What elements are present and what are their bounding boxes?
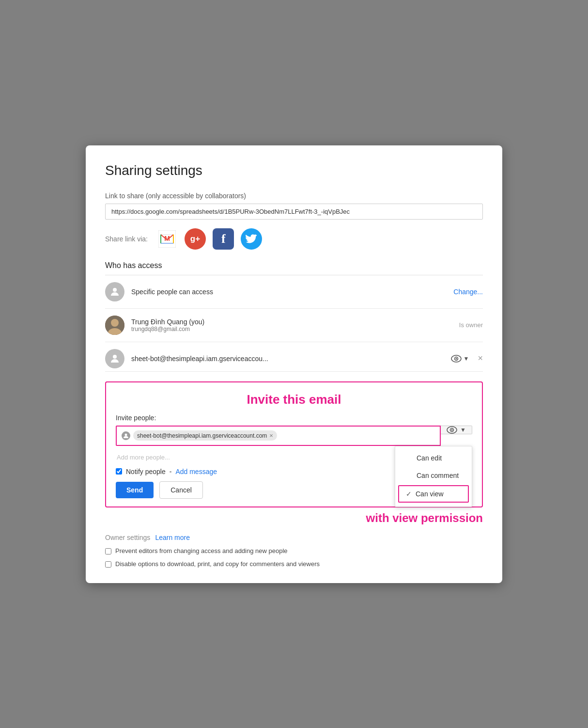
access-row-bot: sheet-bot@thesimpleapi.iam.gserviceaccou… — [105, 342, 483, 372]
share-via-row: Share link via: M — [105, 228, 483, 250]
learn-more-link[interactable]: Learn more — [155, 534, 190, 541]
owner-option-2-label: Disable options to download, print, and … — [115, 560, 320, 568]
with-view-annotation: with view permission — [105, 511, 483, 525]
access-role-bot: ▼ × — [451, 353, 483, 364]
sharing-dialog: Sharing settings Link to share (only acc… — [86, 145, 502, 583]
owner-option-1-label: Prevent editors from changing access and… — [115, 547, 288, 554]
access-name-specific: Specific people can access — [131, 288, 453, 296]
remove-bot-button[interactable]: × — [478, 353, 483, 364]
notify-checkbox[interactable] — [116, 468, 122, 475]
cancel-button[interactable]: Cancel — [159, 481, 203, 499]
facebook-share-button[interactable]: f — [213, 228, 234, 250]
svg-point-6 — [111, 319, 119, 327]
svg-point-12 — [125, 433, 127, 436]
owner-option-1-checkbox[interactable] — [105, 548, 111, 554]
access-info-specific: Specific people can access — [131, 288, 453, 296]
access-email-owner: trungdq88@gmail.com — [131, 326, 459, 332]
send-button[interactable]: Send — [116, 482, 154, 498]
who-access-title: Who has access — [105, 261, 483, 270]
invite-input-box[interactable]: sheet-bot@thesimpleapi.iam.gserviceaccou… — [116, 426, 441, 446]
share-link[interactable]: https://docs.google.com/spreadsheets/d/1… — [105, 204, 483, 220]
owner-option-2: Disable options to download, print, and … — [105, 560, 483, 568]
invite-heading: Invite this email — [116, 392, 472, 407]
access-row-owner: Trung Đình Quang (you) trungdq88@gmail.c… — [105, 309, 483, 342]
chip-email: sheet-bot@thesimpleapi.iam.gserviceaccou… — [137, 432, 267, 439]
chip-person-icon — [122, 431, 130, 440]
access-role-owner: Is owner — [459, 321, 483, 329]
invite-people-label: Invite people: — [116, 414, 472, 422]
access-info-bot: sheet-bot@thesimpleapi.iam.gserviceaccou… — [131, 355, 451, 363]
owner-settings-label: Owner settings — [105, 534, 150, 541]
owner-option-1: Prevent editors from changing access and… — [105, 547, 483, 554]
eye-dropdown-button[interactable]: ▼ — [451, 355, 469, 363]
selected-checkmark: ✓ — [406, 490, 412, 498]
share-via-label: Share link via: — [105, 235, 148, 243]
dialog-title: Sharing settings — [105, 163, 483, 178]
permission-dropdown-button[interactable]: ▼ — [441, 426, 472, 434]
chip-remove-button[interactable]: × — [269, 432, 273, 439]
gplus-share-button[interactable]: g+ — [185, 228, 206, 250]
avatar-bot — [105, 349, 124, 368]
add-message-link[interactable]: Add message — [175, 468, 217, 475]
twitter-share-button[interactable] — [241, 228, 262, 250]
dropdown-item-can-view[interactable]: ✓ Can view — [398, 485, 469, 503]
owner-settings-row: Owner settings Learn more — [105, 534, 483, 541]
svg-point-15 — [451, 429, 453, 430]
svg-point-11 — [455, 358, 457, 359]
avatar-specific — [105, 282, 124, 301]
change-link[interactable]: Change... — [453, 288, 483, 296]
dropdown-item-can-edit[interactable]: Can edit — [395, 449, 472, 467]
invite-input-row: sheet-bot@thesimpleapi.iam.gserviceaccou… — [116, 426, 472, 446]
access-name-bot: sheet-bot@thesimpleapi.iam.gserviceaccou… — [131, 355, 451, 363]
dropdown-item-can-comment[interactable]: Can comment — [395, 467, 472, 484]
permission-dropdown-menu: Can edit Can comment ✓ Can view — [395, 446, 472, 507]
gmail-share-button[interactable]: M — [156, 228, 178, 250]
notify-label: Notify people — [126, 468, 166, 475]
access-name-owner: Trung Đình Quang (you) — [131, 318, 459, 326]
invite-section: Invite this email Invite people: sheet-b… — [105, 381, 483, 507]
owner-option-2-checkbox[interactable] — [105, 561, 111, 568]
svg-point-8 — [113, 355, 117, 359]
invite-chip: sheet-bot@thesimpleapi.iam.gserviceaccou… — [133, 430, 277, 441]
svg-text:M: M — [164, 235, 170, 242]
access-row-specific: Specific people can access Change... — [105, 275, 483, 309]
permission-dropdown-container: ▼ Can edit Can comment ✓ Can view — [441, 426, 472, 446]
avatar-owner — [105, 316, 124, 335]
access-info-owner: Trung Đình Quang (you) trungdq88@gmail.c… — [131, 318, 459, 332]
svg-point-4 — [113, 288, 117, 292]
link-section-label: Link to share (only accessible by collab… — [105, 192, 483, 200]
